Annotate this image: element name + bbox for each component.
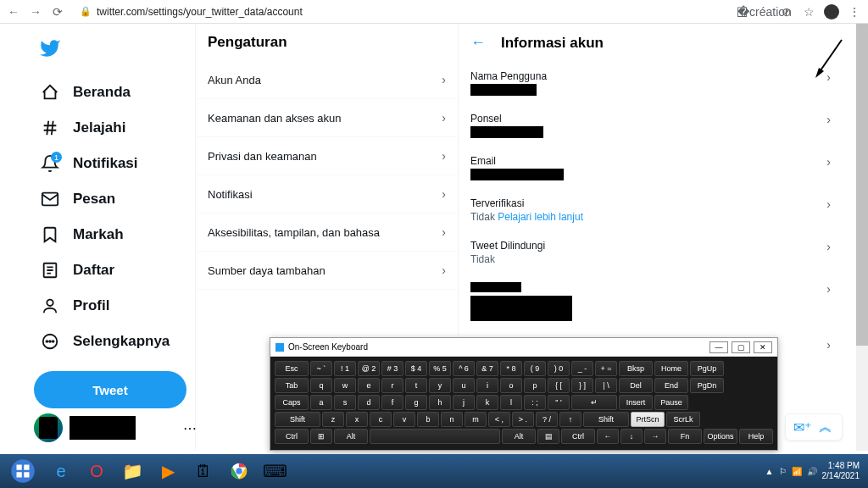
osk-key[interactable]: Ctrl: [275, 429, 309, 444]
osk-key[interactable]: & 7: [476, 361, 498, 376]
osk-key[interactable]: l: [500, 395, 522, 410]
osk-key[interactable]: x: [346, 412, 368, 427]
forward-button[interactable]: →: [29, 5, 42, 19]
osk-key[interactable]: % 5: [429, 361, 451, 376]
settings-row[interactable]: Privasi dan keamanan›: [196, 137, 458, 175]
osk-key[interactable]: ? /: [536, 412, 558, 427]
osk-key[interactable]: * 8: [500, 361, 522, 376]
osk-key[interactable]: s: [334, 395, 356, 410]
osk-key[interactable]: →: [644, 429, 666, 444]
osk-key[interactable]: PgDn: [690, 378, 724, 393]
osk-key[interactable]: p: [524, 378, 546, 393]
osk-key[interactable]: k: [476, 395, 498, 410]
settings-row[interactable]: Notifikasi›: [196, 175, 458, 214]
taskbar-opera-icon[interactable]: O: [80, 457, 114, 485]
sidebar-item-more[interactable]: Selengkapnya: [34, 324, 185, 359]
osk-key[interactable]: PgUp: [690, 361, 724, 376]
account-switcher[interactable]: ⋯: [34, 413, 198, 442]
osk-key[interactable]: Help: [739, 429, 773, 444]
tray-network-icon[interactable]: 📶: [792, 467, 802, 476]
settings-row[interactable]: Keamanan dan akses akun›: [196, 99, 458, 137]
osk-key[interactable]: t: [405, 378, 427, 393]
osk-key[interactable]: Fn: [668, 429, 702, 444]
learn-more-link[interactable]: Pelajari lebih lanjut: [498, 211, 583, 223]
osk-key[interactable]: ⊞: [310, 429, 332, 444]
osk-key[interactable]: | \: [595, 378, 617, 393]
osk-key[interactable]: u: [453, 378, 475, 393]
osk-key[interactable]: Bksp: [619, 361, 653, 376]
osk-key[interactable]: r: [381, 378, 403, 393]
osk-key[interactable]: q: [310, 378, 332, 393]
tray-flag-icon[interactable]: ⚐: [779, 467, 787, 476]
taskbar-explorer-icon[interactable]: 📁: [115, 457, 149, 485]
sidebar-item-bookmarks[interactable]: Markah: [34, 217, 185, 252]
tray-up-icon[interactable]: ▲: [765, 467, 774, 476]
osk-key[interactable]: ^ 6: [453, 361, 475, 376]
osk-key[interactable]: End: [654, 378, 688, 393]
osk-key[interactable]: " ': [548, 395, 570, 410]
taskbar-app-icon[interactable]: 🗓: [186, 457, 220, 485]
install-icon[interactable]: �création: [758, 5, 771, 19]
compose-icon[interactable]: ✉⁺: [793, 418, 811, 436]
osk-key[interactable]: a: [310, 395, 332, 410]
osk-key[interactable]: z: [322, 412, 344, 427]
system-tray[interactable]: ▲ ⚐ 📶 🔊 1:48 PM 2/14/2021: [765, 461, 865, 481]
collapse-icon[interactable]: ︽: [816, 418, 835, 436]
sidebar-item-lists[interactable]: Daftar: [34, 252, 185, 288]
osk-key[interactable]: b: [417, 412, 439, 427]
sidebar-item-explore[interactable]: Jelajahi: [34, 110, 185, 146]
osk-titlebar[interactable]: On-Screen Keyboard — ▢ ✕: [270, 338, 777, 357]
osk-key[interactable]: Del: [619, 378, 653, 393]
osk-key[interactable]: o: [500, 378, 522, 393]
osk-key[interactable]: e: [358, 378, 380, 393]
osk-key[interactable]: ↓: [620, 429, 643, 444]
info-row[interactable]: Nama Pengguna›: [459, 62, 843, 104]
osk-key[interactable]: Tab: [275, 378, 309, 393]
osk-close-button[interactable]: ✕: [754, 341, 772, 353]
info-row[interactable]: Email›: [459, 147, 843, 189]
osk-minimize-button[interactable]: —: [709, 341, 728, 353]
osk-key[interactable]: w: [334, 378, 356, 393]
osk-key[interactable]: $ 4: [405, 361, 427, 376]
osk-key[interactable]: PrtScn: [631, 412, 665, 427]
osk-key[interactable]: y: [429, 378, 451, 393]
sidebar-item-profile[interactable]: Profil: [34, 288, 185, 324]
osk-key[interactable]: n: [441, 412, 463, 427]
settings-row[interactable]: Akun Anda›: [196, 61, 458, 99]
twitter-logo-icon[interactable]: [39, 37, 61, 59]
osk-key[interactable]: ( 9: [524, 361, 546, 376]
info-row[interactable]: TerverifikasiTidak Pelajari lebih lanjut…: [459, 189, 843, 231]
taskbar-ie-icon[interactable]: e: [44, 457, 78, 485]
taskbar-chrome-icon[interactable]: [222, 457, 256, 485]
osk-key[interactable]: { [: [548, 378, 570, 393]
osk-key[interactable]: ↵: [571, 395, 617, 410]
osk-key[interactable]: @ 2: [358, 361, 380, 376]
osk-key[interactable]: g: [405, 395, 427, 410]
block-icon[interactable]: ⊘: [780, 5, 793, 19]
back-arrow-icon[interactable]: ←: [470, 34, 486, 52]
osk-key[interactable]: f: [381, 395, 403, 410]
osk-key[interactable]: d: [358, 395, 380, 410]
account-menu-icon[interactable]: ⋯: [183, 420, 198, 436]
osk-key[interactable]: Alt: [502, 429, 536, 444]
osk-key[interactable]: > .: [512, 412, 534, 427]
osk-key[interactable]: ▤: [537, 429, 559, 444]
osk-key[interactable]: c: [370, 412, 392, 427]
back-button[interactable]: ←: [7, 5, 20, 19]
osk-key[interactable]: Home: [654, 361, 688, 376]
sidebar-item-messages[interactable]: Pesan: [34, 181, 185, 217]
osk-key[interactable]: m: [465, 412, 487, 427]
osk-key[interactable]: } ]: [571, 378, 593, 393]
osk-key[interactable]: < ,: [488, 412, 510, 427]
osk-key[interactable]: v: [393, 412, 415, 427]
taskbar-clock[interactable]: 1:48 PM 2/14/2021: [822, 461, 865, 481]
osk-key[interactable]: Ctrl: [561, 429, 595, 444]
osk-key[interactable]: Pause: [654, 395, 688, 410]
osk-key[interactable]: _ -: [571, 361, 593, 376]
tweet-button[interactable]: Tweet: [34, 371, 186, 408]
start-button[interactable]: [3, 457, 42, 485]
osk-key[interactable]: Shift: [275, 412, 320, 427]
osk-key[interactable]: ←: [597, 429, 619, 444]
osk-key[interactable]: j: [453, 395, 475, 410]
sidebar-item-notifications[interactable]: 1 Notifikasi: [34, 146, 185, 181]
